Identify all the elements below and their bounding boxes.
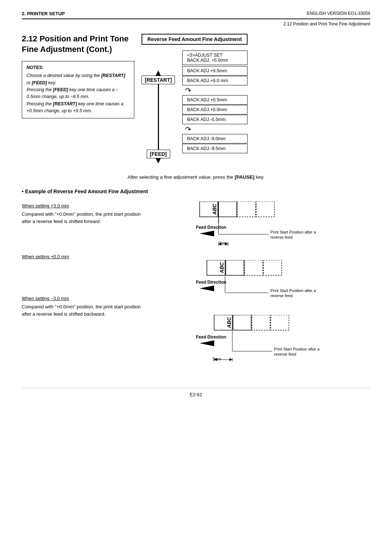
adj-row-4: BACK ADJ.-0.5mm xyxy=(182,115,248,124)
svg-text:ABC: ABC xyxy=(219,262,225,274)
left-column: 2.12 Position and Print Tone Fine Adjust… xyxy=(22,34,134,163)
key-left: [RESTART] [FEED] xyxy=(142,50,175,163)
svg-rect-21 xyxy=(245,260,263,275)
svg-text:reverse feed: reverse feed xyxy=(270,293,293,298)
page-number: E2-61 xyxy=(190,392,203,397)
page-header: 2. PRINTER SETUP ENGLISH VERSION EO1-330… xyxy=(22,11,370,19)
feed-key-label: [FEED] xyxy=(147,150,170,158)
curl-icon-1: ↷ xyxy=(182,86,248,95)
adj-row-2: BACK ADJ.+0.5mm xyxy=(182,95,248,105)
setting-1-label: When setting +3.0 mm xyxy=(22,203,196,208)
curl-icon-2: ↷ xyxy=(182,125,248,134)
notes-title: NOTES: xyxy=(26,65,130,70)
setting-3-label: When setting –3.0 mm xyxy=(22,296,196,301)
diagram-1-svg: ABC Feed Direction Print Start Pos xyxy=(196,202,319,249)
setting-2-group: When setting +0.0 mm xyxy=(22,254,196,259)
svg-marker-24 xyxy=(200,285,214,291)
diagram-2-svg: ABC Feed Direction Print Start Position … xyxy=(196,260,319,304)
notes-line-2: Pressing the [FEED] key one time causes … xyxy=(26,86,130,101)
svg-rect-4 xyxy=(256,202,274,217)
notes-box: NOTES: Choose a desired value by using t… xyxy=(22,61,134,118)
right-column: Reverse Feed Amount Fine Adjustment [RES… xyxy=(142,34,370,163)
setting-3-group: When setting –3.0 mm Compared with "+0.0… xyxy=(22,296,196,317)
feed-diagram-col: ABC Feed Direction Print Start Pos xyxy=(196,202,370,373)
svg-rect-32 xyxy=(252,315,270,330)
svg-text:ABC: ABC xyxy=(226,317,232,328)
adj-row-6: BACK ADJ.-9.5mm xyxy=(182,144,248,153)
notes-line-1: Choose a desired value by using the [RES… xyxy=(26,72,130,86)
restart-key-label: [RESTART] xyxy=(142,76,175,84)
diagram-2: ABC Feed Direction Print Start Position … xyxy=(196,260,319,305)
page-footer: E2-61 xyxy=(22,388,370,397)
svg-text:Feed Direction: Feed Direction xyxy=(196,225,226,230)
svg-text:Print Start Position after a: Print Start Position after a xyxy=(270,230,316,234)
pause-text: After selecting a fine adjustment value,… xyxy=(22,174,370,180)
adj-boxes: <3>ADJUST SET BACK ADJ. +5.0mm BACK ADJ.… xyxy=(182,50,248,163)
adj-row-0: BACK ADJ.+9.5mm xyxy=(182,66,248,76)
svg-rect-22 xyxy=(264,260,282,275)
adj-top-box: <3>ADJUST SET BACK ADJ. +5.0mm xyxy=(182,50,248,65)
svg-marker-35 xyxy=(200,340,214,346)
svg-rect-2 xyxy=(219,202,237,217)
svg-text:Feed Direction: Feed Direction xyxy=(196,280,226,285)
example-title: • Example of Reverse Feed Amount Fine Ad… xyxy=(22,189,370,194)
notes-body: Choose a desired value by using the [RES… xyxy=(26,72,130,114)
notes-line-3: Pressing the [RESTART] key one time caus… xyxy=(26,101,130,115)
svg-rect-31 xyxy=(233,315,251,330)
main-content: 2.12 Position and Print Tone Fine Adjust… xyxy=(22,34,370,163)
svg-text:reverse feed: reverse feed xyxy=(270,235,293,239)
svg-text:Print Start Position after a: Print Start Position after a xyxy=(274,347,319,351)
setting-3-desc: Compared with "+0.0mm" position, the pri… xyxy=(22,303,196,317)
page: 2. PRINTER SETUP ENGLISH VERSION EO1-330… xyxy=(0,0,392,555)
adj-row-1: BACK ADJ.+9.0 mm xyxy=(182,76,248,85)
feed-examples: When setting +3.0 mm Compared with "+0.0… xyxy=(22,202,370,373)
svg-marker-7 xyxy=(200,231,214,236)
adj-row-5: BACK ADJ.-9.0mm xyxy=(182,134,248,143)
vertical-line xyxy=(158,84,159,150)
adj-row-3: BACK ADJ.+0.0mm xyxy=(182,105,248,114)
version-label: ENGLISH VERSION EO1-33059 xyxy=(307,11,370,16)
key-diagram: [RESTART] [FEED] <3>ADJUST SET BACK ADJ.… xyxy=(142,50,370,163)
reverse-feed-title: Reverse Feed Amount Fine Adjustment xyxy=(142,34,248,45)
adj-top-value: BACK ADJ. +5.0mm xyxy=(187,58,243,63)
svg-rect-33 xyxy=(271,315,289,330)
adj-top-label: <3>ADJUST SET xyxy=(187,53,243,58)
feed-text-col: When setting +3.0 mm Compared with "+0.0… xyxy=(22,202,196,373)
svg-rect-20 xyxy=(226,260,244,275)
section-title: 2.12 Position and Print Tone Fine Adjust… xyxy=(22,34,134,54)
diagram-3: ABC Feed Direction Print Start Position … xyxy=(196,315,319,367)
svg-rect-3 xyxy=(237,202,256,217)
svg-text:ABC: ABC xyxy=(212,203,217,215)
setting-1-group: When setting +3.0 mm Compared with "+0.0… xyxy=(22,203,196,225)
diagram-3-svg: ABC Feed Direction Print Start Position … xyxy=(196,315,319,366)
svg-text:reverse feed: reverse feed xyxy=(274,352,296,356)
down-arrow-icon xyxy=(156,158,161,163)
setting-1-desc: Compared with "+0.0mm" position, the pri… xyxy=(22,211,196,225)
diagram-1: ABC Feed Direction Print Start Pos xyxy=(196,202,319,250)
up-arrow-icon xyxy=(156,70,161,76)
subheader: 2.12 Position and Print Tone Fine Adjust… xyxy=(22,21,370,27)
svg-text:Print Start Position after a: Print Start Position after a xyxy=(270,288,316,293)
section-label: 2. PRINTER SETUP xyxy=(22,11,65,16)
setting-2-label: When setting +0.0 mm xyxy=(22,254,196,259)
svg-marker-44 xyxy=(229,358,232,361)
svg-text:Feed Direction: Feed Direction xyxy=(196,335,226,340)
